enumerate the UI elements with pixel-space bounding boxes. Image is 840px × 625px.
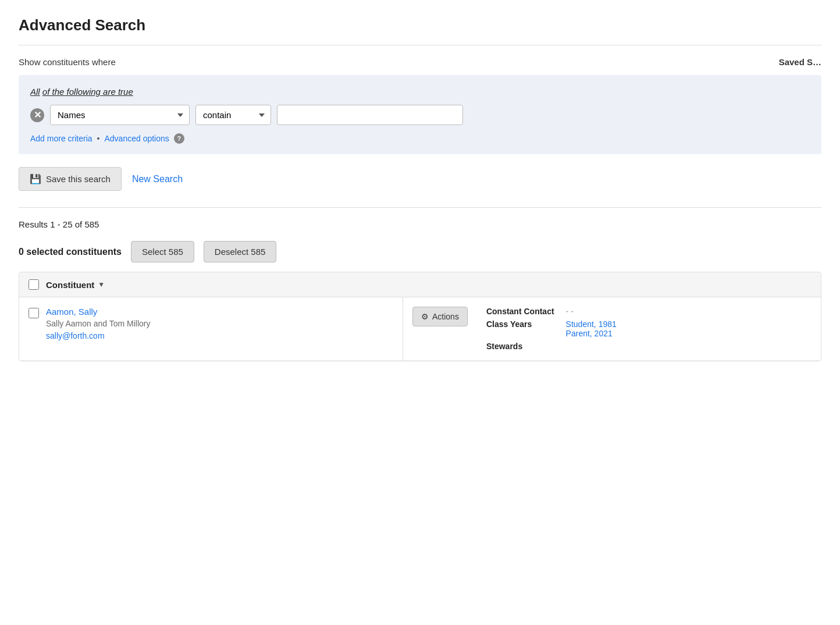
row-actions: ⚙ Actions bbox=[403, 297, 477, 360]
criteria-links: Add more criteria • Advanced options ? bbox=[30, 133, 810, 144]
stewards-key: Stewards bbox=[486, 342, 554, 351]
constant-contact-key: Constant Contact bbox=[486, 307, 554, 316]
table-header: Constituent ▼ bbox=[19, 272, 821, 297]
show-constituents-label: Show constituents where bbox=[19, 57, 116, 67]
row-info: Aamon, Sally Sally Aamon and Tom Millory… bbox=[46, 307, 393, 340]
email-link[interactable]: sally@forth.com bbox=[46, 331, 105, 340]
select-all-checkbox[interactable] bbox=[29, 279, 39, 290]
new-search-link[interactable]: New Search bbox=[132, 174, 183, 184]
constituent-column-header: Constituent ▼ bbox=[46, 280, 105, 290]
save-search-label: Save this search bbox=[46, 174, 111, 184]
selected-count-label: 0 selected constituents bbox=[19, 247, 122, 257]
class-years-parent-link[interactable]: Parent, 2021 bbox=[566, 329, 613, 338]
criteria-label: All of the following are true bbox=[30, 87, 810, 97]
actions-label: Actions bbox=[432, 312, 459, 321]
saved-searches-link[interactable]: Saved S… bbox=[779, 57, 821, 67]
criteria-row: ✕ Names Email Address Phone contain do n… bbox=[30, 105, 810, 125]
search-value-input[interactable] bbox=[277, 105, 463, 125]
row-right: Constant Contact - - Class Years Student… bbox=[477, 297, 821, 360]
class-years-key: Class Years bbox=[486, 319, 554, 338]
actions-button[interactable]: ⚙ Actions bbox=[412, 307, 468, 326]
row-left: Aamon, Sally Sally Aamon and Tom Millory… bbox=[19, 297, 403, 360]
action-bar: 💾 Save this search New Search bbox=[19, 167, 821, 191]
stewards-value bbox=[566, 342, 811, 351]
chevron-down-icon: ▼ bbox=[98, 280, 105, 289]
floppy-icon: 💾 bbox=[30, 173, 41, 184]
class-years-student-link[interactable]: Student, 1981 bbox=[566, 319, 617, 329]
constituent-header-label: Constituent bbox=[46, 280, 94, 290]
household-text: Sally Aamon and Tom Millory bbox=[46, 319, 393, 328]
operator-select[interactable]: contain do not contain equal start with bbox=[195, 105, 271, 125]
row-detail: Constant Contact - - Class Years Student… bbox=[486, 307, 811, 351]
constant-contact-value: - - bbox=[566, 307, 811, 316]
criteria-box: All of the following are true ✕ Names Em… bbox=[19, 75, 821, 154]
selection-bar: 0 selected constituents Select 585 Desel… bbox=[19, 241, 821, 262]
results-divider bbox=[19, 207, 821, 208]
results-count: Results 1 - 25 of 585 bbox=[19, 219, 821, 229]
table-row: Aamon, Sally Sally Aamon and Tom Millory… bbox=[19, 297, 821, 361]
select-all-button[interactable]: Select 585 bbox=[131, 241, 194, 262]
remove-criteria-button[interactable]: ✕ bbox=[30, 108, 44, 122]
save-search-button[interactable]: 💾 Save this search bbox=[19, 167, 122, 191]
advanced-options-link[interactable]: Advanced options bbox=[105, 134, 169, 143]
deselect-all-button[interactable]: Deselect 585 bbox=[204, 241, 277, 262]
gear-icon: ⚙ bbox=[421, 312, 429, 321]
page-title: Advanced Search bbox=[19, 16, 821, 34]
row-checkbox[interactable] bbox=[29, 308, 39, 318]
remove-icon: ✕ bbox=[30, 108, 44, 122]
criteria-all-text: All bbox=[30, 87, 40, 97]
constituent-name-link[interactable]: Aamon, Sally bbox=[46, 307, 393, 317]
title-divider bbox=[19, 45, 821, 45]
results-table: Constituent ▼ Aamon, Sally Sally Aamon a… bbox=[19, 272, 821, 361]
help-icon[interactable]: ? bbox=[174, 133, 184, 144]
dot-separator: • bbox=[97, 134, 100, 143]
field-select[interactable]: Names Email Address Phone bbox=[50, 105, 190, 125]
criteria-suffix-text: of the following are true bbox=[42, 87, 133, 97]
add-more-criteria-link[interactable]: Add more criteria bbox=[30, 134, 92, 143]
class-years-value: Student, 1981 Parent, 2021 bbox=[566, 319, 811, 338]
